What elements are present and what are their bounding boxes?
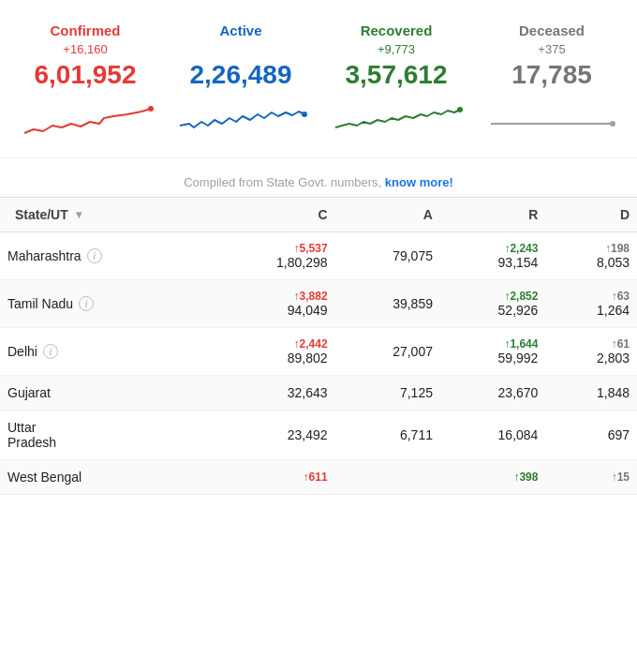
- deceased-value: 1,848: [553, 385, 630, 400]
- deceased-delta: ↑61: [553, 337, 630, 351]
- recovered-value: 52,926: [448, 303, 538, 318]
- table-row: Delhii↑2,44289,80227,007↑1,64459,992↑612…: [0, 328, 637, 376]
- active-value: 7,125: [343, 385, 433, 400]
- recovered-cell: ↑2,85252,926: [440, 280, 545, 328]
- col-header-r: R: [440, 198, 545, 232]
- deceased-cell: 697: [545, 411, 637, 460]
- confirmed-sparkline: [11, 97, 159, 142]
- state-name-cell: Gujarat: [0, 376, 209, 411]
- deceased-cell: 1,848: [545, 376, 637, 411]
- filter-icon[interactable]: ▾: [76, 208, 81, 221]
- confirmed-value: 89,802: [216, 351, 328, 366]
- active-value: 79,075: [343, 248, 433, 263]
- col-header-c: C: [209, 198, 335, 232]
- state-name: Tamil Nadu: [7, 296, 73, 311]
- confirmed-cell: 23,492: [209, 411, 335, 460]
- deceased-label: Deceased: [519, 22, 585, 38]
- confirmed-value: 1,80,298: [216, 255, 328, 270]
- deceased-delta: ↑198: [553, 242, 630, 255]
- state-name-cell: Maharashtrai: [0, 232, 209, 280]
- confirmed-cell: ↑2,44289,802: [209, 328, 335, 376]
- confirmed-delta: ↑3,882: [216, 290, 328, 303]
- confirmed-label: Confirmed: [51, 22, 121, 38]
- confirmed-cell: ↑5,5371,80,298: [209, 232, 335, 280]
- deceased-value: 17,785: [511, 60, 592, 90]
- deceased-value: 8,053: [553, 255, 630, 270]
- confirmed-value: 94,049: [216, 303, 328, 318]
- svg-point-0: [148, 106, 154, 112]
- confirmed-value: 6,01,952: [35, 60, 137, 90]
- know-more-link[interactable]: know more!: [385, 175, 453, 189]
- svg-point-1: [302, 112, 307, 117]
- table-row: Uttar Pradesh23,4926,71116,084697: [0, 411, 637, 460]
- deceased-stat: Deceased +375 17,785: [474, 15, 630, 150]
- confirmed-stat: Confirmed +16,160 6,01,952: [7, 15, 163, 150]
- info-icon[interactable]: i: [79, 296, 94, 311]
- active-sparkline: [167, 97, 315, 142]
- info-icon[interactable]: i: [87, 248, 102, 263]
- recovered-cell: 16,084: [440, 411, 545, 460]
- recovered-delta: ↑398: [448, 470, 538, 484]
- recovered-value: 59,992: [448, 351, 538, 366]
- active-cell: 7,125: [335, 376, 440, 411]
- recovered-value: 93,154: [448, 255, 538, 270]
- active-cell: 39,859: [335, 280, 440, 328]
- svg-point-2: [457, 107, 463, 112]
- state-name-cell: West Bengal: [0, 460, 209, 495]
- active-value: 2,26,489: [190, 60, 292, 90]
- confirmed-value: 32,643: [216, 385, 328, 400]
- confirmed-delta: ↑2,442: [216, 337, 328, 351]
- deceased-value: 1,264: [553, 303, 630, 318]
- state-name: Maharashtra: [7, 248, 81, 263]
- confirmed-cell: ↑611: [209, 460, 335, 495]
- col-header-a: A: [335, 198, 440, 232]
- table-row: Gujarat32,6437,12523,6701,848: [0, 376, 637, 411]
- deceased-delta: ↑15: [553, 470, 630, 484]
- recovered-value: 16,084: [448, 427, 538, 442]
- covid-table: State/UT ▾ C A R D Maharashtrai↑5,5371,8…: [0, 197, 637, 495]
- recovered-delta: ↑1,644: [448, 337, 538, 351]
- deceased-cell: ↑631,264: [545, 280, 637, 328]
- active-label: Active: [219, 22, 261, 38]
- confirmed-cell: 32,643: [209, 376, 335, 411]
- recovered-delta: +9,773: [378, 42, 415, 56]
- active-value: 6,711: [343, 427, 433, 442]
- info-icon[interactable]: i: [43, 344, 58, 359]
- state-name-cell: Delhii: [0, 328, 209, 376]
- compiled-note: Compiled from State Govt. numbers, know …: [0, 158, 637, 197]
- state-name-cell: Tamil Nadui: [0, 280, 209, 328]
- state-name: Gujarat: [7, 385, 51, 400]
- state-name: Uttar Pradesh: [7, 420, 56, 450]
- confirmed-cell: ↑3,88294,049: [209, 280, 335, 328]
- deceased-cell: ↑1988,053: [545, 232, 637, 280]
- recovered-delta: ↑2,852: [448, 290, 538, 303]
- confirmed-value: 23,492: [216, 427, 328, 442]
- active-value: 39,859: [343, 296, 433, 311]
- active-cell: 79,075: [335, 232, 440, 280]
- active-cell: 27,007: [335, 328, 440, 376]
- state-name-cell: Uttar Pradesh: [0, 411, 209, 460]
- recovered-cell: 23,670: [440, 376, 545, 411]
- active-delta: [239, 42, 243, 56]
- recovered-stat: Recovered +9,773 3,57,612: [318, 15, 474, 150]
- deceased-delta: +375: [538, 42, 565, 56]
- deceased-value: 2,803: [553, 351, 630, 366]
- confirmed-delta: ↑5,537: [216, 242, 328, 255]
- table-row: Maharashtrai↑5,5371,80,29879,075↑2,24393…: [0, 232, 637, 280]
- confirmed-delta: ↑611: [216, 470, 328, 484]
- recovered-cell: ↑2,24393,154: [440, 232, 545, 280]
- col-header-state: State/UT ▾: [0, 198, 209, 232]
- deceased-sparkline: [478, 97, 626, 142]
- recovered-value: 3,57,612: [346, 60, 448, 90]
- recovered-delta: ↑2,243: [448, 242, 538, 255]
- active-stat: Active 2,26,489: [163, 15, 318, 150]
- recovered-sparkline: [322, 97, 470, 142]
- state-name: West Bengal: [7, 470, 81, 485]
- table-row: West Bengal↑611↑398↑15: [0, 460, 637, 495]
- stats-grid: Confirmed +16,160 6,01,952 Active 2,26,4…: [0, 0, 637, 158]
- confirmed-delta: +16,160: [63, 42, 107, 56]
- deceased-cell: ↑15: [545, 460, 637, 495]
- deceased-cell: ↑612,803: [545, 328, 637, 376]
- recovered-label: Recovered: [361, 22, 433, 38]
- state-name: Delhi: [7, 344, 37, 359]
